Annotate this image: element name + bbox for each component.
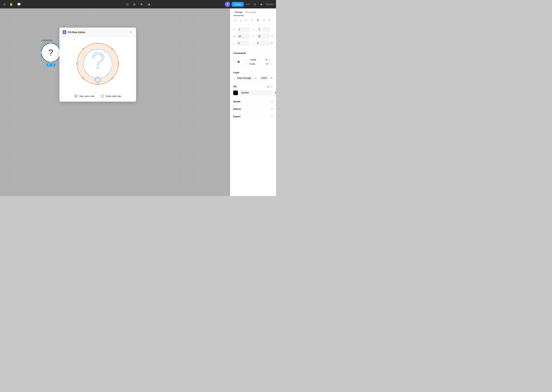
handle-bc[interactable] [50, 62, 51, 63]
evenodd-label: Even-odd rule [106, 95, 121, 98]
y-input[interactable] [257, 27, 270, 32]
more-options-icon[interactable]: ••• [270, 42, 273, 45]
align-right-button[interactable]: ⊢ [244, 18, 249, 22]
nonzero-legend-item: Non-zero rule [74, 94, 94, 98]
modal-title-row: 🎨 Fill Rule Editor [63, 30, 86, 34]
toolbar: ⊹ ✋ 💬 ⊡ ⊞ ❖ ◑ H Share </> ⊟ ▶ 521% ▾ [0, 0, 276, 8]
radius-input[interactable] [255, 41, 269, 46]
selection-border [41, 43, 61, 63]
position-size-section: X Y W H ⇅ ↙ ◌ ••• [230, 25, 276, 50]
y-label: Y [253, 28, 256, 31]
fill-rule-diagram [65, 41, 130, 91]
distribute-button[interactable]: ≡ [267, 18, 272, 22]
svg-point-20 [97, 82, 98, 83]
modal-plugin-icon: 🎨 [63, 30, 66, 34]
align-bottom-button[interactable]: ⊣ [261, 18, 266, 22]
opacity-input[interactable] [259, 75, 269, 81]
constraint-line-v [239, 58, 239, 66]
blend-mode-button[interactable]: Pass through ▾ [236, 76, 258, 80]
svg-point-15 [82, 77, 84, 79]
tab-prototype[interactable]: Prototype [244, 8, 258, 16]
v-constraint-select[interactable]: Scale Top Bottom Top and Bottom Center [249, 63, 269, 65]
grid-tool-icon[interactable]: ⊞ [132, 2, 136, 7]
tab-design[interactable]: Design [233, 8, 244, 16]
svg-point-21 [94, 79, 96, 80]
angle-radius-row: ↙ ◌ ••• [233, 41, 273, 46]
w-input[interactable] [237, 34, 250, 39]
svg-point-12 [112, 49, 113, 50]
modal-overlay: 🎨 Fill Rule Editor × [0, 8, 230, 196]
w-label: W [233, 35, 236, 37]
code-view-button[interactable]: </> [245, 1, 251, 7]
stroke-title: Stroke [233, 100, 240, 103]
handle-tl[interactable] [40, 42, 42, 44]
export-title: Export [233, 115, 240, 118]
effects-add-button[interactable]: + [271, 107, 273, 111]
frame-tool-icon[interactable]: ⊡ [125, 2, 129, 7]
h-input[interactable] [256, 34, 270, 39]
fill-section: Fill ⊞ + 👁 − [230, 83, 276, 98]
fill-opacity-input[interactable] [273, 90, 276, 96]
v-constraint-chevron: ▾ [270, 63, 271, 65]
fill-style-button[interactable]: ⊞ [267, 85, 270, 89]
export-add-button[interactable]: + [271, 115, 273, 118]
icon-container[interactable]: ? 20 × 20 [41, 43, 60, 62]
angle-input[interactable] [236, 41, 250, 46]
nonzero-label: Non-zero rule [79, 95, 94, 98]
zoom-chevron-icon: ▾ [273, 3, 274, 5]
hand-tool[interactable]: ✋ [9, 2, 14, 7]
stroke-section: Stroke + [230, 98, 276, 105]
wh-row: W H ⇅ [233, 34, 273, 39]
canvas-element[interactable]: 24/图标按钮 ? 20 × 20 [41, 39, 60, 62]
size-label: 20 × 20 [46, 63, 55, 66]
layer-title: Layer [233, 71, 240, 74]
fill-rule-svg [71, 43, 124, 89]
main-area: 24/图标按钮 ? 20 × 20 [0, 8, 276, 196]
svg-point-14 [82, 49, 84, 50]
lock-ratio-icon[interactable]: ⇅ [271, 35, 273, 38]
component-tool-icon[interactable]: ❖ [139, 2, 144, 7]
comment-tool[interactable]: 💬 [16, 2, 22, 7]
handle-tc[interactable] [50, 42, 51, 44]
modal-header: 🎨 Fill Rule Editor × [59, 28, 136, 37]
fill-header: Fill ⊞ + [233, 85, 273, 89]
fill-color-swatch[interactable] [233, 91, 238, 95]
zoom-value: 521% [266, 3, 272, 6]
constraint-selects: ↔ Scale Left Right Left and Right Center… [246, 58, 271, 65]
assets-button[interactable]: ⊟ [252, 1, 258, 7]
layer-row: ○ Pass through ▾ 👁 [233, 75, 273, 81]
fill-rule-editor-modal[interactable]: 🎨 Fill Rule Editor × [59, 28, 136, 102]
h-constraint-select[interactable]: Scale Left Right Left and Right Center [250, 58, 268, 61]
modal-close-button[interactable]: × [128, 30, 133, 35]
zoom-indicator[interactable]: 521% ▾ [266, 3, 274, 6]
fill-hex-input[interactable] [240, 90, 272, 96]
align-left-button[interactable]: ⊣ [232, 18, 237, 22]
fill-add-button[interactable]: + [271, 85, 273, 89]
align-top-button[interactable]: ⊤ [250, 18, 254, 22]
align-center-v-button[interactable]: ⊞ [255, 18, 260, 22]
svg-point-9 [118, 63, 119, 64]
svg-point-16 [83, 49, 112, 78]
handle-bl[interactable] [40, 62, 42, 63]
align-center-h-button[interactable]: ⊥ [238, 18, 243, 22]
stroke-add-button[interactable]: + [271, 100, 273, 103]
constraint-box [233, 56, 244, 67]
svg-point-8 [97, 43, 99, 44]
contrast-tool-icon[interactable]: ◑ [147, 2, 151, 7]
modal-title: Fill Rule Editor [68, 31, 86, 34]
user-avatar[interactable]: H [225, 1, 230, 7]
constraints-section: Constraints ↔ Scale Left Right Lef [230, 50, 276, 70]
v-constraint-row: ↕ Scale Top Bottom Top and Bottom Center… [246, 63, 271, 65]
cursor-tool[interactable]: ⊹ [2, 2, 6, 7]
fill-title: Fill [233, 85, 237, 88]
play-button[interactable]: ▶ [259, 1, 264, 7]
canvas[interactable]: 24/图标按钮 ? 20 × 20 [0, 8, 230, 196]
export-section: Export + [230, 113, 276, 120]
visibility-button[interactable]: 👁 [270, 77, 273, 80]
share-button[interactable]: Share [232, 2, 244, 7]
fill-actions: ⊞ + [267, 85, 273, 89]
constraints-header: Constraints [230, 50, 276, 56]
handle-ml[interactable] [40, 52, 42, 53]
x-input[interactable] [237, 27, 251, 32]
toolbar-right: H Share </> ⊟ ▶ 521% ▾ [225, 1, 274, 7]
